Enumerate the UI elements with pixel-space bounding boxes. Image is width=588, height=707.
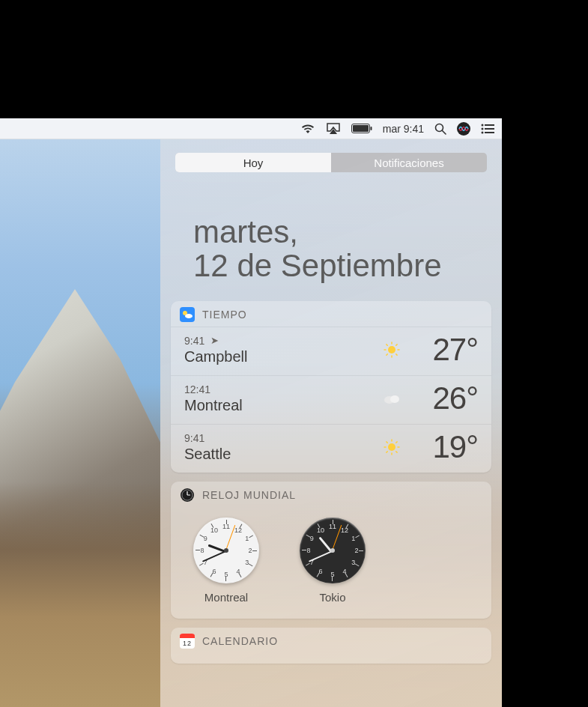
svg-text:12: 12 — [183, 640, 192, 647]
svg-point-5 — [457, 122, 470, 136]
date-line-2: 12 de Septiembre — [193, 249, 479, 283]
weather-time: 9:41 — [184, 335, 204, 347]
svg-rect-2 — [370, 127, 372, 130]
battery-icon[interactable] — [351, 124, 372, 133]
sunny-icon — [379, 342, 404, 358]
clock-app-icon — [180, 488, 195, 503]
sunny-icon — [379, 439, 404, 455]
svg-point-25 — [390, 395, 399, 403]
calendar-title: CALENDARIO — [202, 635, 278, 647]
clock-face: 121234567891011 — [193, 518, 259, 583]
spotlight-icon[interactable] — [434, 123, 446, 135]
weather-row[interactable]: 9:41 ➤ Campbell 27° — [171, 327, 491, 375]
cloudy-icon — [379, 392, 404, 405]
svg-rect-11 — [485, 132, 494, 133]
svg-point-6 — [482, 124, 484, 126]
svg-point-8 — [482, 127, 484, 130]
calendar-app-icon: 12 — [180, 634, 195, 649]
svg-point-14 — [185, 314, 193, 318]
svg-line-32 — [396, 452, 397, 452]
tab-today-label: Hoy — [243, 157, 264, 169]
clock-city-label: Tokio — [319, 591, 345, 604]
weather-time: 9:41 — [184, 432, 204, 444]
world-clock-header: RELOJ MUNDIAL — [171, 482, 491, 507]
weather-city: Montreal — [184, 397, 379, 414]
weather-row[interactable]: 12:41 Montreal 26° — [171, 375, 491, 424]
weather-time: 12:41 — [184, 383, 210, 395]
notification-center-icon[interactable] — [481, 124, 494, 134]
weather-row[interactable]: 9:41 Seattle 19° — [171, 424, 491, 473]
svg-rect-41 — [180, 637, 195, 638]
weather-app-icon — [180, 307, 195, 322]
clock-item[interactable]: 121234567891011 Tokio — [300, 518, 366, 604]
menubar-datetime[interactable]: mar 9:41 — [383, 123, 424, 135]
svg-line-34 — [396, 442, 397, 443]
weather-temp: 26° — [410, 380, 478, 416]
tab-notifications-label: Notificaciones — [374, 157, 443, 169]
clock-item[interactable]: 121234567891011 Montreal — [193, 518, 259, 604]
svg-line-22 — [387, 354, 387, 355]
svg-line-33 — [387, 452, 387, 452]
svg-line-21 — [396, 354, 397, 355]
tab-today[interactable]: Hoy — [175, 153, 331, 172]
svg-point-10 — [482, 131, 484, 133]
calendar-widget[interactable]: 12 CALENDARIO — [171, 628, 491, 664]
menu-bar: mar 9:41 — [0, 118, 502, 139]
location-icon: ➤ — [210, 335, 219, 346]
world-clock-title: RELOJ MUNDIAL — [202, 489, 296, 501]
clock-city-label: Montreal — [204, 591, 248, 604]
notification-center-panel: Hoy Notificaciones martes, 12 de Septiem… — [160, 139, 502, 707]
date-heading: martes, 12 de Septiembre — [193, 216, 479, 283]
date-line-1: martes, — [193, 216, 479, 249]
wifi-icon[interactable] — [300, 124, 315, 134]
weather-temp: 19° — [410, 429, 478, 465]
calendar-header: 12 CALENDARIO — [171, 628, 491, 664]
svg-point-26 — [388, 443, 395, 451]
siri-icon[interactable] — [457, 122, 470, 136]
airplay-icon[interactable] — [326, 123, 341, 135]
svg-line-31 — [387, 442, 387, 443]
world-clock-widget[interactable]: RELOJ MUNDIAL 121234567891011 Montreal 1… — [171, 482, 491, 619]
clock-face: 121234567891011 — [300, 518, 366, 583]
weather-widget[interactable]: TIEMPO 9:41 ➤ Campbell 27° — [171, 301, 491, 473]
svg-line-23 — [396, 345, 397, 345]
weather-city: Campbell — [184, 348, 379, 365]
weather-city: Seattle — [184, 446, 379, 463]
svg-rect-7 — [485, 124, 494, 126]
svg-line-4 — [443, 130, 446, 134]
tab-notifications[interactable]: Notificaciones — [331, 153, 487, 172]
svg-rect-1 — [353, 125, 369, 132]
svg-point-15 — [388, 346, 395, 354]
weather-widget-title: TIEMPO — [202, 309, 247, 321]
svg-line-20 — [387, 345, 387, 345]
tab-switcher: Hoy Notificaciones — [175, 153, 487, 172]
weather-temp: 27° — [410, 332, 478, 368]
svg-rect-9 — [485, 128, 494, 130]
weather-widget-header: TIEMPO — [171, 301, 491, 327]
